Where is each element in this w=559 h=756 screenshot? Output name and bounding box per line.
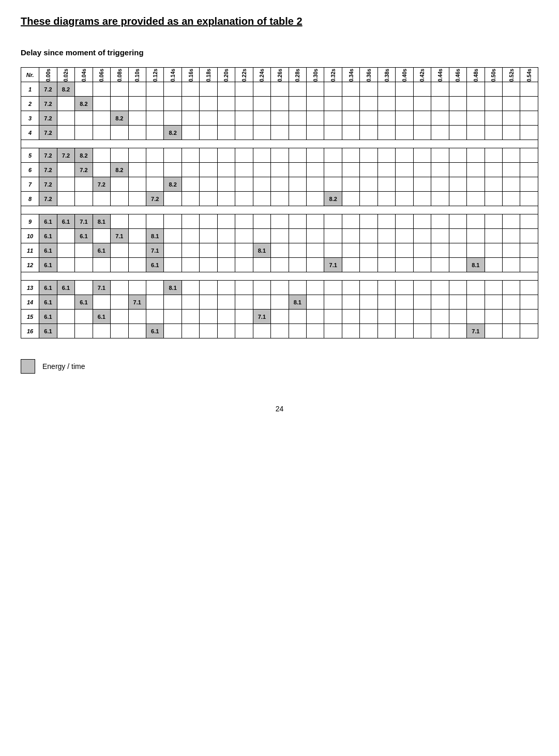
header-col-26: 0.52s — [503, 68, 520, 82]
cell — [235, 324, 253, 338]
cell — [182, 258, 199, 272]
cell — [271, 295, 289, 310]
cell — [289, 192, 306, 206]
cell — [449, 97, 466, 111]
cell — [128, 148, 146, 163]
cell — [182, 111, 199, 126]
cell — [520, 97, 538, 111]
cell — [377, 192, 395, 206]
row-nr: 7 — [21, 177, 39, 192]
cell — [200, 258, 217, 272]
cell: 8.2 — [164, 126, 182, 140]
cell — [520, 324, 538, 338]
cell — [360, 258, 377, 272]
cell — [377, 177, 395, 192]
cell — [75, 126, 93, 140]
cell: 7.2 — [75, 163, 93, 177]
cell: 6.1 — [39, 281, 57, 295]
cell — [111, 97, 128, 111]
cell: 8.1 — [467, 258, 485, 272]
cell — [324, 229, 342, 243]
cell — [128, 243, 146, 258]
cell — [57, 229, 74, 243]
cell — [485, 163, 502, 177]
cell: 6.1 — [39, 295, 57, 310]
cell — [520, 214, 538, 229]
cell — [485, 214, 502, 229]
cell — [485, 281, 502, 295]
cell — [93, 192, 110, 206]
cell — [503, 243, 520, 258]
cell — [75, 192, 93, 206]
cell — [111, 258, 128, 272]
cell: 7.2 — [93, 177, 110, 192]
cell — [431, 214, 449, 229]
cell — [503, 324, 520, 338]
cell — [467, 177, 485, 192]
cell — [324, 82, 342, 97]
cell — [128, 214, 146, 229]
cell — [467, 281, 485, 295]
cell — [503, 163, 520, 177]
cell — [485, 324, 502, 338]
cell — [128, 192, 146, 206]
cell — [253, 97, 270, 111]
cell — [289, 82, 306, 97]
cell — [75, 258, 93, 272]
table-row: 47.28.2 — [21, 126, 538, 140]
cell — [217, 126, 235, 140]
cell — [396, 243, 413, 258]
cell: 7.2 — [39, 82, 57, 97]
cell — [413, 82, 431, 97]
cell — [289, 163, 306, 177]
cell — [324, 310, 342, 324]
header-col-16: 0.32s — [324, 68, 342, 82]
header-col-7: 0.14s — [164, 68, 182, 82]
cell — [503, 126, 520, 140]
cell — [146, 281, 163, 295]
cell: 7.1 — [93, 281, 110, 295]
cell — [324, 295, 342, 310]
cell — [396, 177, 413, 192]
cell — [449, 163, 466, 177]
cell — [377, 324, 395, 338]
cell — [520, 229, 538, 243]
cell: 8.1 — [253, 243, 270, 258]
cell — [396, 258, 413, 272]
cell — [235, 192, 253, 206]
cell — [200, 214, 217, 229]
cell — [449, 111, 466, 126]
cell — [93, 295, 110, 310]
cell — [396, 295, 413, 310]
cell — [467, 310, 485, 324]
cell: 7.1 — [467, 324, 485, 338]
cell — [75, 310, 93, 324]
header-col-19: 0.38s — [377, 68, 395, 82]
row-nr: 10 — [21, 229, 39, 243]
cell — [146, 97, 163, 111]
cell — [467, 126, 485, 140]
cell — [520, 295, 538, 310]
cell — [467, 82, 485, 97]
cell — [520, 82, 538, 97]
cell — [324, 214, 342, 229]
cell — [413, 229, 431, 243]
cell — [182, 97, 199, 111]
cell — [271, 111, 289, 126]
cell — [200, 281, 217, 295]
cell — [307, 258, 324, 272]
cell — [413, 310, 431, 324]
header-col-21: 0.42s — [413, 68, 431, 82]
cell — [289, 243, 306, 258]
cell — [164, 214, 182, 229]
cell — [200, 310, 217, 324]
cell — [200, 148, 217, 163]
row-nr: 9 — [21, 214, 39, 229]
cell: 6.1 — [75, 295, 93, 310]
cell — [377, 111, 395, 126]
cell: 8.1 — [146, 229, 163, 243]
header-col-18: 0.36s — [360, 68, 377, 82]
cell — [360, 192, 377, 206]
cell — [146, 82, 163, 97]
cell: 8.2 — [75, 97, 93, 111]
